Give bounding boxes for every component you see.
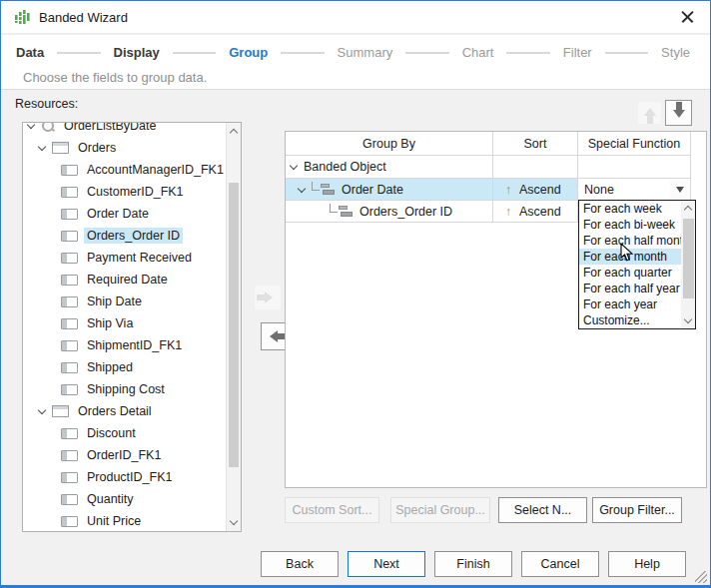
dropdown-arrow-icon[interactable] <box>670 180 689 199</box>
chevron-down-icon[interactable] <box>38 142 46 150</box>
special-function-combobox[interactable]: None <box>578 179 691 201</box>
grid-cell-sort[interactable]: ↑ Ascend <box>493 179 578 201</box>
dropdown-item[interactable]: For each quarter <box>579 265 681 281</box>
tree-item-field-selected[interactable]: Orders_Order ID <box>23 225 226 247</box>
tree-item-field[interactable]: Payment Received <box>23 247 226 269</box>
grid-cell-special-empty <box>578 156 691 179</box>
tree-item-field[interactable]: ProductID_FK1 <box>23 466 226 488</box>
tree-item-label: Unit Price <box>84 513 144 529</box>
step-filter[interactable]: Filter <box>563 45 592 60</box>
column-header-sort[interactable]: Sort <box>493 132 578 156</box>
group-filter-button[interactable]: Group Filter... <box>592 497 682 523</box>
tree-item-field[interactable]: Discount <box>23 422 226 444</box>
window-title: Banded Wizard <box>39 10 128 25</box>
tree-item-label: ShipmentID_FK1 <box>84 337 185 353</box>
grid-row-banded-object[interactable]: Banded Object <box>286 156 493 179</box>
grid-row-orders-order-id[interactable]: Orders_Order ID <box>286 201 493 223</box>
mouse-cursor <box>620 243 634 267</box>
title-bar[interactable]: Banded Wizard <box>1 1 710 34</box>
dropdown-item[interactable]: Customize... <box>579 312 681 328</box>
tree-item-field[interactable]: ShipmentID_FK1 <box>23 334 226 356</box>
tree-item-field[interactable]: Shipping Cost <box>23 378 226 400</box>
grid-row-order-date[interactable]: Order Date <box>286 179 493 201</box>
chevron-down-icon[interactable] <box>290 162 298 170</box>
step-chart[interactable]: Chart <box>462 45 494 60</box>
tree-item-orders[interactable]: Orders <box>23 137 226 159</box>
column-header-special-function[interactable]: Special Function <box>578 132 691 156</box>
chevron-down-icon[interactable] <box>38 405 46 413</box>
tree-item-label: Payment Received <box>84 250 195 266</box>
step-group[interactable]: Group <box>229 45 268 60</box>
move-down-button[interactable] <box>665 100 692 126</box>
grid-cell-label: Orders_Order ID <box>359 205 452 219</box>
tree-item-field[interactable]: Ship Date <box>23 291 226 312</box>
back-button[interactable]: Back <box>261 551 339 577</box>
step-display[interactable]: Display <box>114 45 160 60</box>
field-icon <box>61 209 78 220</box>
footer-buttons: Back Next Finish Cancel Help <box>261 551 686 577</box>
tree-item-label: Quantity <box>84 491 137 507</box>
dropdown-item[interactable]: For each week <box>579 201 681 217</box>
step-style[interactable]: Style <box>661 45 690 60</box>
step-data[interactable]: Data <box>16 45 44 60</box>
special-function-dropdown: For each week For each bi-week For each … <box>578 200 696 329</box>
tree-item-field[interactable]: Shipped <box>23 356 226 378</box>
scroll-up-icon[interactable] <box>227 123 241 139</box>
tree-item-field[interactable]: CustomerID_FK1 <box>23 181 226 203</box>
tree-item-field[interactable]: Order Date <box>23 203 226 225</box>
tree-scrollbar[interactable] <box>226 123 241 531</box>
up-arrow-icon <box>644 102 656 124</box>
sort-ascend-icon: ↑ <box>505 205 511 219</box>
tree-item-orders-detail[interactable]: Orders Detail <box>23 400 226 422</box>
finish-button[interactable]: Finish <box>434 551 512 577</box>
tree-item-field[interactable]: Unit Price <box>23 510 226 532</box>
custom-sort-button: Custom Sort... <box>285 497 379 523</box>
tree-item-label: Ship Date <box>84 294 145 309</box>
chevron-down-icon[interactable] <box>27 122 35 129</box>
group-band-icon <box>321 184 336 195</box>
button-label: Special Group... <box>395 503 485 517</box>
tree-item-label: OrderListByDate <box>61 122 159 134</box>
tree-item-label: AccountManagerID_FK1 <box>84 162 227 178</box>
dropdown-item[interactable]: For each bi-week <box>579 217 681 233</box>
scroll-down-icon[interactable] <box>681 314 695 328</box>
move-up-button <box>637 101 662 125</box>
right-arrow-icon <box>257 292 279 303</box>
close-icon[interactable] <box>681 11 694 24</box>
scroll-thumb[interactable] <box>683 219 694 298</box>
tree-item-label: CustomerID_FK1 <box>84 184 187 200</box>
chevron-down-icon[interactable] <box>298 184 306 192</box>
scroll-thumb[interactable] <box>229 183 239 467</box>
grid-cell-sort[interactable]: ↑ Ascend <box>493 201 578 223</box>
tree-item-field[interactable]: Ship Via <box>23 312 226 334</box>
select-n-button[interactable]: Select N... <box>498 497 587 523</box>
next-button[interactable]: Next <box>348 551 425 577</box>
table-icon <box>52 405 69 417</box>
step-summary[interactable]: Summary <box>338 45 393 60</box>
scroll-down-icon[interactable] <box>227 515 241 531</box>
field-icon <box>61 275 78 286</box>
tree-item-field[interactable]: Quantity <box>23 488 226 510</box>
step-connector <box>506 52 549 54</box>
column-header-group-by[interactable]: Group By <box>286 132 493 156</box>
tree-item-label: Required Date <box>84 272 171 288</box>
dropdown-item[interactable]: For each half year <box>579 281 681 296</box>
special-group-button: Special Group... <box>390 497 490 523</box>
tree-item-field[interactable]: Required Date <box>23 269 226 291</box>
scroll-up-icon[interactable] <box>681 201 695 215</box>
tree-item-field[interactable]: OrderID_FK1 <box>23 444 226 466</box>
help-button[interactable]: Help <box>608 551 686 577</box>
button-label: Help <box>634 557 660 571</box>
cancel-button[interactable]: Cancel <box>521 551 599 577</box>
banded-wizard-dialog: Banded Wizard Data Display Group Summary… <box>0 0 711 588</box>
grid-cell-sort-empty <box>493 156 578 179</box>
field-icon <box>61 472 78 483</box>
resize-grip[interactable] <box>695 571 707 583</box>
step-connector <box>173 52 216 54</box>
dropdown-scrollbar[interactable] <box>681 201 695 328</box>
dropdown-item[interactable]: For each year <box>579 296 681 312</box>
tree-item-orderlistbydate[interactable]: OrderListByDate <box>23 122 226 137</box>
tree-item-field[interactable]: AccountManagerID_FK1 <box>23 159 226 181</box>
tree-item-label: Order Date <box>84 206 152 222</box>
step-description: Choose the fields to group data. <box>23 70 710 85</box>
